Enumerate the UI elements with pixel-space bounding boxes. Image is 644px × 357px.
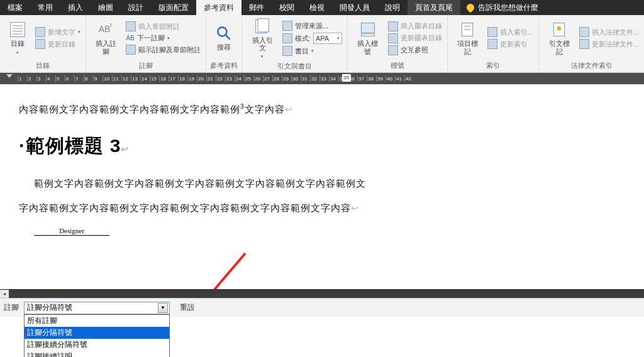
- update-toc-icon: [35, 39, 45, 49]
- ruler-tick: 11: [112, 75, 121, 82]
- horizontal-scrollbar[interactable]: ◂: [0, 289, 644, 298]
- svg-text:AB: AB: [98, 24, 110, 34]
- ruler-tick: 4: [46, 75, 55, 82]
- style-icon: [282, 33, 292, 43]
- manage-sources-button[interactable]: 管理來源...: [281, 20, 343, 31]
- dropdown-option[interactable]: 註腳接續分隔符號: [25, 339, 169, 351]
- dropdown-field[interactable]: 註腳分隔符號 ▼: [24, 302, 170, 314]
- dropdown-list: 所有註腳註腳分隔符號註腳接續分隔符號註腳接續註明: [24, 314, 170, 358]
- menu-tab-10[interactable]: 開發人員: [332, 0, 377, 15]
- menu-tab-7[interactable]: 郵件: [242, 0, 272, 15]
- group-research: 搜尋 參考資料: [206, 15, 242, 72]
- paragraph[interactable]: 範例文字內容範例文字內容範例文字內容範例文字內容範例文字內容範例文: [34, 178, 625, 190]
- ab-icon: AB: [126, 35, 134, 41]
- tell-me-search[interactable]: 告訴我您想做什麼: [460, 0, 545, 15]
- ruler-tick: 16: [159, 75, 169, 82]
- dropdown-option[interactable]: 所有註腳: [25, 315, 169, 327]
- style-select[interactable]: APA▾: [313, 33, 342, 44]
- insert-caption-button[interactable]: 插入標號: [352, 16, 384, 60]
- group-captions: 插入標號 插入圖表目錄 更新圖表目錄 交互參照 標號: [348, 15, 448, 72]
- ruler-tick: 25: [244, 75, 253, 82]
- indent-marker-icon[interactable]: [6, 74, 13, 83]
- insert-index-button[interactable]: 插入索引...: [486, 26, 535, 38]
- update-toc-button[interactable]: 更新目錄: [34, 38, 82, 50]
- ruler-tick: 42: [404, 75, 414, 82]
- menu-tab-9[interactable]: 檢視: [302, 0, 332, 15]
- dropdown-option[interactable]: 註腳接續註明: [25, 351, 169, 358]
- mark-citation-button[interactable]: 引文標記: [543, 16, 575, 60]
- add-text-icon: [35, 27, 45, 37]
- toc-button[interactable]: 目錄▾: [4, 16, 31, 60]
- update-index-icon: [487, 39, 497, 49]
- group-footnotes: AB1 插入註腳 插入章節附註 AB下一註腳▾ 顯示註腳及章節附註 註腳: [86, 15, 206, 72]
- ruler-tick: 18: [178, 75, 187, 82]
- insert-endnote-button[interactable]: 插入章節附註: [125, 21, 202, 32]
- group-index-label: 索引: [452, 60, 535, 72]
- footnote-icon: AB1: [97, 21, 115, 38]
- menu-tab-4[interactable]: 設計: [121, 0, 151, 15]
- insert-citation-button[interactable]: 插入引文▾: [246, 16, 279, 60]
- insert-auth-button[interactable]: 插入法律文件...: [578, 26, 640, 38]
- search-button[interactable]: 搜尋: [210, 16, 238, 60]
- toc-label: 目錄: [11, 40, 25, 47]
- footnote-pane: 註腳 註腳分隔符號 ▼ 所有註腳註腳分隔符號註腳接續分隔符號註腳接續註明 重設: [0, 298, 644, 317]
- ruler-tick: 26: [253, 75, 263, 82]
- svg-text:1: 1: [109, 22, 112, 28]
- dropdown-option[interactable]: 註腳分隔符號: [25, 327, 169, 339]
- show-notes-button[interactable]: 顯示註腳及章節附註: [125, 44, 202, 55]
- menu-tab-2[interactable]: 插入: [60, 0, 91, 15]
- chevron-down-icon: ▾: [16, 50, 19, 55]
- update-index-button[interactable]: 更新索引: [486, 38, 535, 50]
- menu-tab-11[interactable]: 說明: [377, 0, 408, 15]
- designer-field[interactable]: Designer: [34, 227, 109, 236]
- menu-tab-6[interactable]: 參考資料: [196, 0, 242, 15]
- svg-point-7: [218, 28, 227, 36]
- ruler-tick: 19: [187, 75, 197, 82]
- ruler-tick: 20: [197, 75, 206, 82]
- ruler-tick: 17: [169, 75, 178, 82]
- document-body[interactable]: 內容範例文字內容範例文字內容範例文字內容範例3文字內容↩ 範例標題 3↩ 範例文…: [0, 84, 644, 242]
- insert-footnote-button[interactable]: AB1 插入註腳: [90, 16, 122, 60]
- heading[interactable]: 範例標題 3↩: [19, 133, 625, 159]
- ruler-tick: 37: [357, 75, 367, 82]
- insert-index-icon: [487, 27, 497, 37]
- pilcrow-icon: ↩: [285, 104, 293, 114]
- add-text-button[interactable]: 新增文字▾: [34, 26, 82, 38]
- style-combo[interactable]: 樣式: APA▾: [281, 32, 343, 45]
- ruler-tick: 32: [310, 75, 319, 82]
- mark-entry-button[interactable]: 項目標記: [452, 16, 484, 60]
- update-fig-icon: [388, 33, 398, 43]
- menu-tab-8[interactable]: 校閱: [272, 0, 302, 15]
- chevron-down-icon[interactable]: ▼: [158, 303, 168, 313]
- pilcrow-icon: ↩: [351, 203, 359, 213]
- menu-tab-3[interactable]: 繪圖: [91, 0, 121, 15]
- menu-tab-0[interactable]: 檔案: [0, 0, 30, 15]
- menu-tab-1[interactable]: 常用: [30, 0, 60, 15]
- caption-icon: [359, 21, 377, 38]
- menu-tab-12[interactable]: 頁首及頁尾: [408, 0, 460, 15]
- group-captions-label: 標號: [352, 60, 443, 72]
- ruler-tick: 28: [272, 75, 282, 82]
- ruler-tick: 13: [131, 75, 140, 82]
- ruler[interactable]: 1234567891011121314151617181920212223242…: [0, 73, 644, 84]
- pane-label: 註腳: [4, 302, 19, 313]
- ruler-tick: 29: [282, 75, 291, 82]
- mark-icon: [458, 21, 476, 38]
- next-footnote-button[interactable]: AB下一註腳▾: [125, 33, 202, 43]
- paragraph[interactable]: 內容範例文字內容範例文字內容範例文字內容範例3文字內容↩: [19, 103, 625, 116]
- paragraph[interactable]: 字內容範例文字內容範例文字內容範例文字內容範例文字內容範例文字內容↩: [19, 202, 625, 214]
- xref-button[interactable]: 交互參照: [387, 45, 443, 56]
- bib-icon: [282, 46, 292, 56]
- reset-button[interactable]: 重設: [175, 301, 200, 314]
- scroll-left-button[interactable]: ◂: [0, 290, 9, 299]
- menu-tab-5[interactable]: 版面配置: [151, 0, 196, 15]
- ruler-tick: 5: [55, 75, 65, 82]
- bibliography-button[interactable]: 書目▾: [281, 45, 343, 57]
- update-auth-button[interactable]: 更新法律文件...: [578, 38, 640, 50]
- update-fig-button[interactable]: 更新圖表目錄: [387, 33, 443, 44]
- bulb-icon: [465, 3, 476, 13]
- footnote-view-dropdown[interactable]: 註腳分隔符號 ▼ 所有註腳註腳分隔符號註腳接續分隔符號註腳接續註明: [24, 302, 170, 314]
- fig-toc-button[interactable]: 插入圖表目錄: [387, 21, 443, 32]
- manage-icon: [282, 21, 292, 31]
- ruler-tick: 8: [84, 75, 93, 82]
